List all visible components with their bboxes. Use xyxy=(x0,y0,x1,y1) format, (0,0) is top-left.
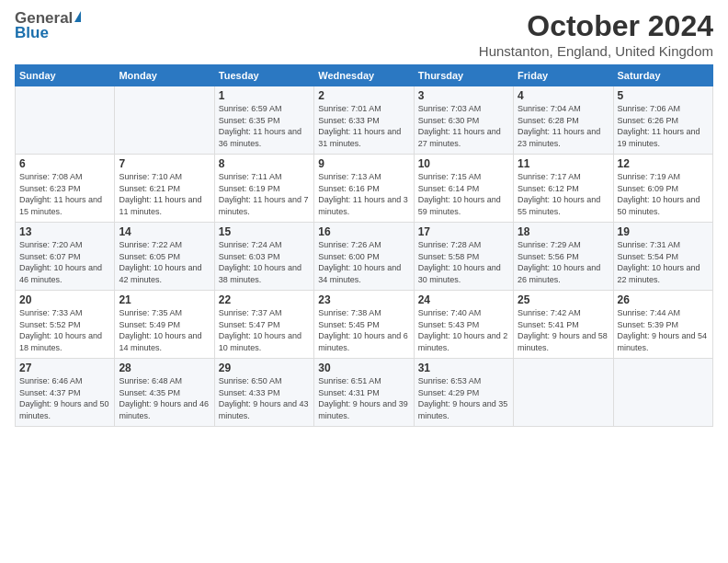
day-number: 6 xyxy=(19,157,110,170)
calendar-cell xyxy=(115,86,214,155)
calendar-cell: 10Sunrise: 7:15 AMSunset: 6:14 PMDayligh… xyxy=(414,155,513,223)
day-number: 29 xyxy=(219,362,310,374)
day-info: Sunrise: 7:24 AMSunset: 6:03 PMDaylight:… xyxy=(219,239,310,285)
day-number: 10 xyxy=(418,157,509,170)
logo-blue: Blue xyxy=(15,24,49,42)
calendar-cell: 19Sunrise: 7:31 AMSunset: 5:54 PMDayligh… xyxy=(613,223,712,291)
calendar-week-row-2: 6Sunrise: 7:08 AMSunset: 6:23 PMDaylight… xyxy=(16,155,713,223)
month-title: October 2024 xyxy=(479,9,713,43)
day-info: Sunrise: 7:38 AMSunset: 5:45 PMDaylight:… xyxy=(318,307,409,353)
calendar-cell: 13Sunrise: 7:20 AMSunset: 6:07 PMDayligh… xyxy=(16,223,115,291)
day-info: Sunrise: 7:08 AMSunset: 6:23 PMDaylight:… xyxy=(19,171,110,217)
calendar-cell: 11Sunrise: 7:17 AMSunset: 6:12 PMDayligh… xyxy=(514,155,613,223)
day-info: Sunrise: 6:53 AMSunset: 4:29 PMDaylight:… xyxy=(418,375,509,421)
day-info: Sunrise: 7:31 AMSunset: 5:54 PMDaylight:… xyxy=(618,239,709,285)
calendar-cell: 6Sunrise: 7:08 AMSunset: 6:23 PMDaylight… xyxy=(16,155,115,223)
calendar-cell: 14Sunrise: 7:22 AMSunset: 6:05 PMDayligh… xyxy=(115,223,214,291)
day-number: 21 xyxy=(119,293,210,306)
day-info: Sunrise: 7:06 AMSunset: 6:26 PMDaylight:… xyxy=(618,103,709,149)
calendar-cell: 22Sunrise: 7:37 AMSunset: 5:47 PMDayligh… xyxy=(214,291,313,359)
weekday-header-monday: Monday xyxy=(115,65,214,86)
day-number: 22 xyxy=(219,293,310,306)
calendar-cell xyxy=(613,359,712,427)
calendar-cell: 29Sunrise: 6:50 AMSunset: 4:33 PMDayligh… xyxy=(214,359,313,427)
weekday-header-tuesday: Tuesday xyxy=(214,65,313,86)
calendar-cell: 24Sunrise: 7:40 AMSunset: 5:43 PMDayligh… xyxy=(414,291,513,359)
logo: General Blue xyxy=(15,9,81,42)
day-number: 26 xyxy=(618,293,709,306)
day-number: 18 xyxy=(518,225,609,238)
day-info: Sunrise: 7:13 AMSunset: 6:16 PMDaylight:… xyxy=(318,171,409,217)
day-info: Sunrise: 6:48 AMSunset: 4:35 PMDaylight:… xyxy=(119,375,210,421)
day-number: 13 xyxy=(19,225,110,238)
day-number: 9 xyxy=(318,157,409,170)
day-info: Sunrise: 7:15 AMSunset: 6:14 PMDaylight:… xyxy=(418,171,509,217)
calendar-week-row-5: 27Sunrise: 6:46 AMSunset: 4:37 PMDayligh… xyxy=(16,359,713,427)
calendar-cell: 23Sunrise: 7:38 AMSunset: 5:45 PMDayligh… xyxy=(314,291,414,359)
day-info: Sunrise: 7:29 AMSunset: 5:56 PMDaylight:… xyxy=(518,239,609,285)
day-number: 25 xyxy=(518,293,609,306)
calendar-cell xyxy=(514,359,613,427)
day-info: Sunrise: 6:50 AMSunset: 4:33 PMDaylight:… xyxy=(219,375,310,421)
calendar-cell: 31Sunrise: 6:53 AMSunset: 4:29 PMDayligh… xyxy=(414,359,513,427)
day-info: Sunrise: 6:51 AMSunset: 4:31 PMDaylight:… xyxy=(318,375,409,421)
day-number: 15 xyxy=(219,225,310,238)
day-number: 2 xyxy=(318,89,409,102)
weekday-header-row: SundayMondayTuesdayWednesdayThursdayFrid… xyxy=(16,65,713,86)
day-number: 27 xyxy=(19,362,110,374)
day-info: Sunrise: 7:20 AMSunset: 6:07 PMDaylight:… xyxy=(19,239,110,285)
weekday-header-sunday: Sunday xyxy=(16,65,115,86)
weekday-header-wednesday: Wednesday xyxy=(314,65,414,86)
calendar-week-row-4: 20Sunrise: 7:33 AMSunset: 5:52 PMDayligh… xyxy=(16,291,713,359)
calendar-cell: 12Sunrise: 7:19 AMSunset: 6:09 PMDayligh… xyxy=(613,155,712,223)
calendar-cell: 21Sunrise: 7:35 AMSunset: 5:49 PMDayligh… xyxy=(115,291,214,359)
page: General Blue October 2024 Hunstanton, En… xyxy=(0,0,728,563)
day-info: Sunrise: 7:10 AMSunset: 6:21 PMDaylight:… xyxy=(119,171,210,217)
calendar-cell xyxy=(16,86,115,155)
day-number: 31 xyxy=(418,362,509,374)
calendar-cell: 25Sunrise: 7:42 AMSunset: 5:41 PMDayligh… xyxy=(514,291,613,359)
calendar-cell: 17Sunrise: 7:28 AMSunset: 5:58 PMDayligh… xyxy=(414,223,513,291)
calendar-cell: 27Sunrise: 6:46 AMSunset: 4:37 PMDayligh… xyxy=(16,359,115,427)
calendar-table: SundayMondayTuesdayWednesdayThursdayFrid… xyxy=(15,64,713,427)
day-number: 30 xyxy=(318,362,409,374)
calendar-cell: 7Sunrise: 7:10 AMSunset: 6:21 PMDaylight… xyxy=(115,155,214,223)
day-info: Sunrise: 7:28 AMSunset: 5:58 PMDaylight:… xyxy=(418,239,509,285)
weekday-header-thursday: Thursday xyxy=(414,65,513,86)
calendar-week-row-1: 1Sunrise: 6:59 AMSunset: 6:35 PMDaylight… xyxy=(16,86,713,155)
calendar-cell: 1Sunrise: 6:59 AMSunset: 6:35 PMDaylight… xyxy=(214,86,313,155)
day-info: Sunrise: 7:04 AMSunset: 6:28 PMDaylight:… xyxy=(518,103,609,149)
location: Hunstanton, England, United Kingdom xyxy=(479,43,713,59)
day-number: 4 xyxy=(518,89,609,102)
day-info: Sunrise: 7:40 AMSunset: 5:43 PMDaylight:… xyxy=(418,307,509,353)
day-number: 24 xyxy=(418,293,509,306)
day-number: 8 xyxy=(219,157,310,170)
calendar-cell: 26Sunrise: 7:44 AMSunset: 5:39 PMDayligh… xyxy=(613,291,712,359)
calendar-cell: 15Sunrise: 7:24 AMSunset: 6:03 PMDayligh… xyxy=(214,223,313,291)
day-number: 16 xyxy=(318,225,409,238)
day-number: 3 xyxy=(418,89,509,102)
calendar-cell: 16Sunrise: 7:26 AMSunset: 6:00 PMDayligh… xyxy=(314,223,414,291)
day-info: Sunrise: 7:01 AMSunset: 6:33 PMDaylight:… xyxy=(318,103,409,149)
calendar-cell: 3Sunrise: 7:03 AMSunset: 6:30 PMDaylight… xyxy=(414,86,513,155)
day-info: Sunrise: 7:26 AMSunset: 6:00 PMDaylight:… xyxy=(318,239,409,285)
day-info: Sunrise: 7:19 AMSunset: 6:09 PMDaylight:… xyxy=(618,171,709,217)
calendar-cell: 20Sunrise: 7:33 AMSunset: 5:52 PMDayligh… xyxy=(16,291,115,359)
day-number: 20 xyxy=(19,293,110,306)
day-info: Sunrise: 7:44 AMSunset: 5:39 PMDaylight:… xyxy=(618,307,709,353)
logo-triangle-icon xyxy=(74,11,81,22)
calendar-week-row-3: 13Sunrise: 7:20 AMSunset: 6:07 PMDayligh… xyxy=(16,223,713,291)
calendar-cell: 9Sunrise: 7:13 AMSunset: 6:16 PMDaylight… xyxy=(314,155,414,223)
day-number: 7 xyxy=(119,157,210,170)
calendar-cell: 8Sunrise: 7:11 AMSunset: 6:19 PMDaylight… xyxy=(214,155,313,223)
day-number: 14 xyxy=(119,225,210,238)
weekday-header-saturday: Saturday xyxy=(613,65,712,86)
day-info: Sunrise: 6:59 AMSunset: 6:35 PMDaylight:… xyxy=(219,103,310,149)
calendar-cell: 28Sunrise: 6:48 AMSunset: 4:35 PMDayligh… xyxy=(115,359,214,427)
calendar-cell: 2Sunrise: 7:01 AMSunset: 6:33 PMDaylight… xyxy=(314,86,414,155)
day-info: Sunrise: 7:17 AMSunset: 6:12 PMDaylight:… xyxy=(518,171,609,217)
day-number: 1 xyxy=(219,89,310,102)
header: General Blue October 2024 Hunstanton, En… xyxy=(15,9,713,59)
day-info: Sunrise: 6:46 AMSunset: 4:37 PMDaylight:… xyxy=(19,375,110,421)
day-info: Sunrise: 7:42 AMSunset: 5:41 PMDaylight:… xyxy=(518,307,609,353)
